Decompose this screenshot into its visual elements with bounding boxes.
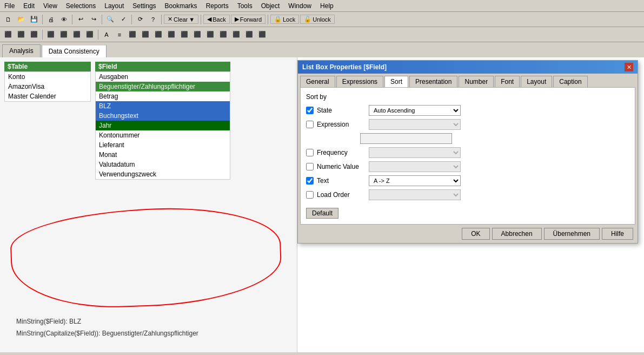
cancel-button[interactable]: Abbrechen xyxy=(492,228,542,240)
menu-bookmarks[interactable]: Bookmarks xyxy=(161,1,202,11)
tab-data-consistency[interactable]: Data Consistency xyxy=(42,44,107,57)
annotation-oval xyxy=(9,204,283,311)
tab-font[interactable]: Font xyxy=(495,76,520,87)
menu-file[interactable]: File xyxy=(0,1,19,11)
undo-btn[interactable]: ↩ xyxy=(75,14,87,25)
table-item[interactable]: Master Calender xyxy=(5,91,90,101)
tab-general[interactable]: General xyxy=(300,76,335,87)
save-btn[interactable]: 💾 xyxy=(28,14,40,25)
table-item[interactable]: AmazonVisa xyxy=(5,82,90,91)
expression-label: Expression xyxy=(317,121,366,128)
ok-button[interactable]: OK xyxy=(462,228,489,240)
tables-area: $Table Konto AmazonVisa Master Calender … xyxy=(0,57,297,184)
frequency-checkbox[interactable] xyxy=(306,149,314,156)
field-item[interactable]: Valutadatum xyxy=(96,160,230,169)
tb2-btn5[interactable]: ⬛ xyxy=(58,29,70,41)
menu-tools[interactable]: Tools xyxy=(233,1,257,11)
state-dropdown[interactable]: Auto Ascending Auto Descending Always As… xyxy=(369,105,461,116)
forward-btn[interactable]: ▶ Forward xyxy=(231,15,265,24)
menu-layout[interactable]: Layout xyxy=(100,1,128,11)
menubar: File Edit View Selections Layout Setting… xyxy=(0,0,644,12)
tb2-btn11[interactable]: ⬛ xyxy=(140,29,151,41)
tb2-btn3[interactable]: ⬛ xyxy=(28,29,40,41)
field-item[interactable]: Jahr xyxy=(96,121,230,130)
load-order-dropdown[interactable] xyxy=(369,189,461,200)
expression-text-field[interactable] xyxy=(360,133,452,144)
search-btn[interactable]: 🔍 xyxy=(104,14,116,25)
dialog-close-button[interactable]: ✕ xyxy=(625,63,633,71)
tb2-btn18[interactable]: ⬛ xyxy=(230,29,242,41)
back-btn[interactable]: ◀ Back xyxy=(203,15,229,24)
tab-presentation[interactable]: Presentation xyxy=(409,76,457,87)
tab-expressions[interactable]: Expressions xyxy=(336,76,383,87)
preview-btn[interactable]: 👁 xyxy=(58,14,70,25)
field-item[interactable]: Verwendungszweck xyxy=(96,169,230,179)
menu-help[interactable]: Help xyxy=(316,1,338,11)
annotation-area: MinString($Field): BLZ MinString(Capital… xyxy=(16,318,286,341)
expression-checkbox[interactable] xyxy=(306,121,314,128)
tab-caption[interactable]: Caption xyxy=(553,76,587,87)
reload-btn[interactable]: ⟳ xyxy=(134,14,146,25)
menu-window[interactable]: Window xyxy=(284,1,316,11)
text-checkbox[interactable] xyxy=(306,177,314,185)
tb2-btn8[interactable]: A xyxy=(101,29,112,41)
tb2-btn7[interactable]: ⬛ xyxy=(84,29,96,41)
frequency-dropdown[interactable] xyxy=(369,147,461,158)
menu-view[interactable]: View xyxy=(39,1,62,11)
tb2-btn17[interactable]: ⬛ xyxy=(217,29,229,41)
field-item[interactable]: Beguenstigter/Zahlungspflichtiger xyxy=(96,82,230,91)
dialog-buttons: OK Abbrechen Übernehmen Hilfe xyxy=(298,225,638,243)
check-btn[interactable]: ✓ xyxy=(117,14,129,25)
redo-btn[interactable]: ↪ xyxy=(88,14,99,25)
tab-layout[interactable]: Layout xyxy=(521,76,552,87)
field-item[interactable]: Monat xyxy=(96,150,230,160)
tab-number[interactable]: Number xyxy=(459,76,494,87)
open-btn[interactable]: 📂 xyxy=(15,14,27,25)
menu-object[interactable]: Object xyxy=(257,1,284,11)
load-order-checkbox[interactable] xyxy=(306,191,314,199)
tab-sort[interactable]: Sort xyxy=(384,76,408,87)
tb2-btn1[interactable]: ⬛ xyxy=(2,29,14,41)
table-item[interactable]: Konto xyxy=(5,72,90,82)
tb2-btn2[interactable]: ⬛ xyxy=(15,29,27,41)
menu-selections[interactable]: Selections xyxy=(62,1,100,11)
menu-edit[interactable]: Edit xyxy=(19,1,39,11)
tb2-btn12[interactable]: ⬛ xyxy=(152,29,164,41)
unlock-btn[interactable]: 🔓 Unlock xyxy=(300,15,335,24)
numeric-value-dropdown[interactable] xyxy=(369,161,461,172)
tb2-btn4[interactable]: ⬛ xyxy=(45,29,57,41)
tb2-btn15[interactable]: ⬛ xyxy=(191,29,203,41)
field-item[interactable]: BLZ xyxy=(96,101,230,111)
tb2-btn13[interactable]: ⬛ xyxy=(165,29,177,41)
menu-settings[interactable]: Settings xyxy=(128,1,160,11)
tb2-btn9[interactable]: ≡ xyxy=(114,29,125,41)
tb2-btn14[interactable]: ⬛ xyxy=(178,29,190,41)
tb2-btn10[interactable]: ⬛ xyxy=(127,29,138,41)
help-button[interactable]: Hilfe xyxy=(602,228,633,240)
field-item[interactable]: Ausgaben xyxy=(96,72,230,82)
apply-button[interactable]: Übernehmen xyxy=(544,228,600,240)
tb2-btn6[interactable]: ⬛ xyxy=(71,29,83,41)
default-button[interactable]: Default xyxy=(306,208,338,219)
expression-dropdown[interactable] xyxy=(369,119,461,130)
numeric-value-checkbox[interactable] xyxy=(306,163,314,170)
menu-reports[interactable]: Reports xyxy=(202,1,233,11)
tb2-btn16[interactable]: ⬛ xyxy=(204,29,216,41)
print-btn[interactable]: 🖨 xyxy=(45,14,57,25)
tab-analysis[interactable]: Analysis xyxy=(2,44,41,57)
sep-7 xyxy=(268,15,268,24)
field-item[interactable]: Kontonummer xyxy=(96,130,230,140)
field-item[interactable]: Lieferant xyxy=(96,140,230,150)
help-btn[interactable]: ? xyxy=(147,14,159,25)
field-item[interactable]: Betrag xyxy=(96,91,230,101)
tb2-btn19[interactable]: ⬛ xyxy=(243,29,255,41)
field-header: $Field xyxy=(95,62,230,71)
text-dropdown[interactable]: A -> Z Z -> A xyxy=(369,175,461,186)
clear-btn[interactable]: ✕ Clear ▼ xyxy=(164,15,198,24)
field-item[interactable]: Buchungstext xyxy=(96,111,230,121)
lock-btn[interactable]: 🔒 Lock xyxy=(270,15,299,24)
tb2-btn20[interactable]: ⬛ xyxy=(256,29,268,41)
toolbar-1: 🗋 📂 💾 🖨 👁 ↩ ↪ 🔍 ✓ ⟳ ? ✕ Clear ▼ ◀ Back ▶… xyxy=(0,12,644,27)
state-checkbox[interactable] xyxy=(306,107,314,114)
new-btn[interactable]: 🗋 xyxy=(2,14,14,25)
